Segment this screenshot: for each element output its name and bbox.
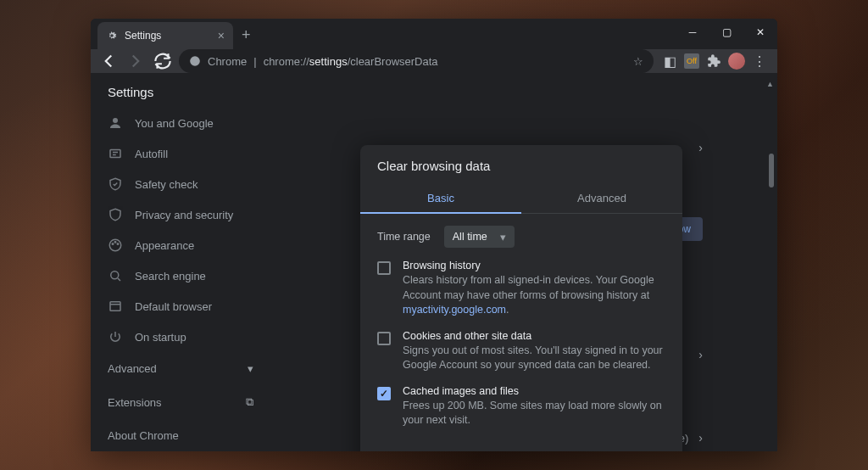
svg-rect-8: [110, 302, 120, 311]
option-title: Cached images and files: [403, 385, 665, 397]
sidebar-item-label: Search engine: [135, 270, 206, 283]
chevron-right-icon[interactable]: ›: [698, 141, 703, 154]
settings-content: Settings You and Google Autofill Safety …: [91, 73, 777, 451]
sidebar-item-search-engine[interactable]: Search engine: [91, 260, 270, 291]
browser-tab[interactable]: Settings ×: [97, 22, 233, 49]
power-icon: [108, 329, 123, 344]
sidebar-item-appearance[interactable]: Appearance: [91, 230, 270, 260]
browser-toolbar: Chrome | chrome://settings/clearBrowserD…: [91, 49, 777, 73]
checkbox-cached[interactable]: ✓: [377, 387, 391, 400]
option-description: Frees up 200 MB. Some sites may load mor…: [403, 399, 665, 428]
url-scheme: Chrome: [208, 55, 247, 68]
chrome-icon: [189, 55, 201, 67]
extensions-button[interactable]: [706, 53, 721, 69]
option-cookies: Cookies and other site data Signs you ou…: [377, 330, 665, 373]
sidebar-item-privacy[interactable]: Privacy and security: [91, 199, 270, 230]
reload-button[interactable]: [152, 50, 174, 72]
scrollbar-thumb[interactable]: [769, 154, 774, 187]
sidebar-item-default-browser[interactable]: Default browser: [91, 291, 270, 322]
sidebar-item-label: About Chrome: [108, 429, 179, 442]
star-icon[interactable]: ☆: [633, 55, 643, 68]
search-icon: [108, 268, 123, 283]
tab-basic[interactable]: Basic: [360, 183, 521, 213]
dialog-tabs: Basic Advanced: [360, 183, 682, 214]
svg-rect-2: [110, 150, 120, 158]
sidebar-item-autofill[interactable]: Autofill: [91, 138, 270, 169]
chevron-down-icon: ▾: [248, 362, 253, 375]
person-icon: [108, 115, 123, 131]
chevron-right-icon[interactable]: ›: [698, 348, 703, 361]
settings-title: Settings: [91, 85, 270, 108]
sidebar-item-label: You and Google: [135, 117, 214, 130]
extension-icon[interactable]: Off: [684, 53, 699, 69]
option-cached: ✓ Cached images and files Frees up 200 M…: [377, 385, 665, 428]
extension-icon[interactable]: ◧: [662, 53, 677, 69]
svg-point-1: [113, 118, 118, 123]
tab-advanced[interactable]: Advanced: [521, 183, 682, 213]
external-link-icon: ⧉: [246, 395, 253, 409]
scroll-up-icon[interactable]: ▲: [766, 80, 774, 88]
close-window-button[interactable]: ✕: [743, 19, 777, 46]
palette-icon: [108, 238, 123, 253]
option-description: Signs you out of most sites. You'll stay…: [403, 344, 665, 373]
close-icon[interactable]: ×: [218, 29, 225, 42]
dialog-actions: Cancel Clear data: [360, 449, 682, 452]
autofill-icon: [108, 146, 123, 161]
sidebar-item-label: On startup: [135, 331, 186, 344]
time-range-select[interactable]: All time: [444, 226, 515, 248]
option-title: Cookies and other site data: [403, 330, 665, 342]
url-pre: chrome://: [264, 55, 309, 68]
checkbox-browsing-history[interactable]: [377, 261, 391, 275]
sidebar-item-label: Default browser: [135, 300, 212, 313]
svg-point-5: [114, 242, 116, 243]
svg-point-6: [117, 243, 119, 245]
forward-button[interactable]: [125, 50, 147, 72]
back-button[interactable]: [97, 50, 120, 72]
new-tab-button[interactable]: +: [242, 26, 251, 44]
maximize-button[interactable]: ▢: [709, 19, 743, 46]
option-title: Browsing history: [403, 260, 665, 271]
profile-avatar[interactable]: [728, 53, 745, 70]
sidebar-item-label: Appearance: [135, 239, 194, 252]
sidebar-item-you-and-google[interactable]: You and Google: [91, 108, 270, 138]
sidebar-item-label: Extensions: [108, 396, 162, 409]
sidebar-about[interactable]: About Chrome: [91, 419, 270, 451]
url-divider: |: [253, 55, 256, 68]
browser-icon: [108, 299, 123, 314]
menu-button[interactable]: ⋮: [752, 53, 767, 69]
extensions-area: ◧ Off ⋮: [659, 53, 771, 70]
shield-icon: [108, 207, 123, 222]
dialog-title: Clear browsing data: [360, 145, 682, 183]
svg-point-0: [190, 56, 200, 66]
time-range-label: Time range: [377, 231, 431, 243]
svg-point-4: [112, 243, 114, 245]
gear-icon: [106, 30, 118, 42]
select-value: All time: [453, 231, 487, 243]
shield-check-icon: [108, 176, 123, 192]
option-description: Clears history from all signed-in device…: [403, 273, 665, 318]
minimize-button[interactable]: ─: [676, 19, 709, 46]
sidebar-item-label: Privacy and security: [135, 209, 233, 221]
sidebar-item-safety-check[interactable]: Safety check: [91, 169, 270, 199]
sidebar-item-label: Advanced: [108, 362, 157, 375]
tab-strip: Settings × + ─ ▢ ✕: [91, 19, 777, 49]
sidebar-extensions[interactable]: Extensions⧉: [91, 385, 270, 419]
myactivity-link[interactable]: myactivity.google.com: [403, 304, 506, 316]
tab-title: Settings: [125, 30, 161, 42]
dialog-body: Time range All time Browsing history Cle…: [360, 214, 682, 449]
sidebar-item-label: Autofill: [135, 148, 168, 160]
svg-point-7: [111, 271, 119, 279]
window-controls: ─ ▢ ✕: [676, 19, 777, 46]
sidebar-item-on-startup[interactable]: On startup: [91, 322, 270, 352]
clear-browsing-data-dialog: Clear browsing data Basic Advanced Time …: [360, 145, 682, 451]
chevron-right-icon[interactable]: ›: [698, 431, 703, 445]
url-post: /clearBrowserData: [348, 55, 438, 68]
url-mid: settings: [309, 55, 348, 68]
option-browsing-history: Browsing history Clears history from all…: [377, 260, 665, 318]
browser-window: Settings × + ─ ▢ ✕ Chrome | chrome://set…: [91, 19, 777, 451]
sidebar-item-label: Safety check: [135, 178, 198, 191]
settings-sidebar: Settings You and Google Autofill Safety …: [91, 73, 270, 451]
address-bar[interactable]: Chrome | chrome://settings/clearBrowserD…: [179, 49, 654, 73]
sidebar-advanced[interactable]: Advanced▾: [91, 352, 270, 385]
checkbox-cookies[interactable]: [377, 332, 391, 345]
